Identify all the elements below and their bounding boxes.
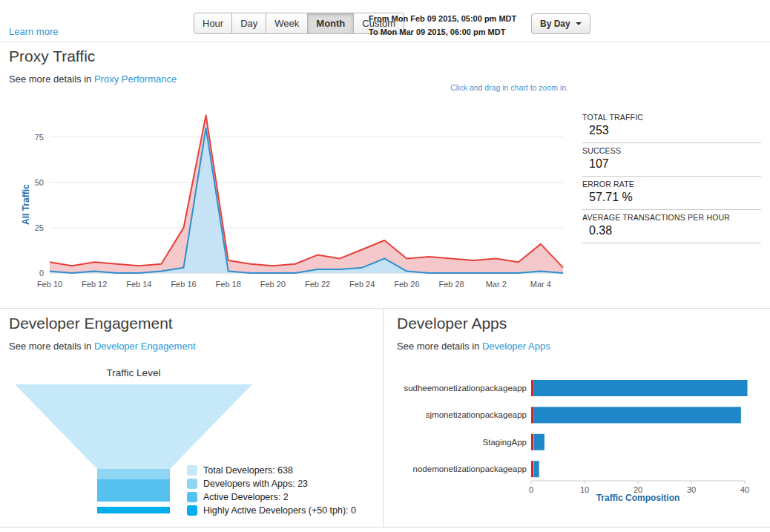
legend-swatch xyxy=(187,479,197,489)
legend-item: Developers with Apps: 23 xyxy=(187,479,356,489)
svg-text:25: 25 xyxy=(35,223,44,232)
learn-more-link[interactable]: Learn more xyxy=(9,26,58,37)
stat-average-transactions-per-hour: AVERAGE TRANSACTIONS PER HOUR0.38 xyxy=(582,210,761,243)
bottom-row: Developer Engagement See more details in… xyxy=(0,308,770,528)
topbar: Learn more HourDayWeekMonthCustom From M… xyxy=(0,0,770,42)
proxy-traffic-subtitle: See more details in Proxy Performance xyxy=(9,73,177,85)
svg-text:Feb 24: Feb 24 xyxy=(349,280,375,289)
range-button-day[interactable]: Day xyxy=(231,13,266,34)
all-traffic-area xyxy=(50,115,563,273)
date-range-from: From Mon Feb 09 2015, 05:00 pm MDT xyxy=(369,12,516,25)
funnel-seg-active xyxy=(97,479,170,502)
proxy-traffic-chart[interactable]: 0255075Feb 10Feb 12Feb 14Feb 16Feb 18Feb… xyxy=(10,102,571,297)
svg-text:Feb 26: Feb 26 xyxy=(394,280,419,289)
all-traffic-line xyxy=(50,115,563,267)
svg-text:Feb 14: Feb 14 xyxy=(126,280,151,289)
date-range-to: To Mon Mar 09 2015, 06:00 pm MDT xyxy=(369,25,516,39)
range-button-week[interactable]: Week xyxy=(266,13,308,34)
svg-text:75: 75 xyxy=(35,133,44,142)
legend-swatch xyxy=(187,492,197,502)
funnel-seg-total xyxy=(15,384,252,469)
stat-label: AVERAGE TRANSACTIONS PER HOUR xyxy=(582,213,761,222)
bar-error xyxy=(531,380,534,396)
traffic-stats-panel: TOTAL TRAFFIC253SUCCESS107ERROR RATE57.7… xyxy=(582,110,761,243)
stat-value: 253 xyxy=(582,124,761,137)
svg-text:Feb 16: Feb 16 xyxy=(171,280,196,289)
developer-engagement-link[interactable]: Developer Engagement xyxy=(94,341,196,352)
stat-value: 107 xyxy=(582,157,761,171)
developer-apps-title: Developer Apps xyxy=(397,315,507,332)
legend-label: Highly Active Developers (+50 tph): 0 xyxy=(203,505,356,516)
svg-text:StagingApp: StagingApp xyxy=(483,438,527,447)
developer-engagement-section: Developer Engagement See more details in… xyxy=(0,309,384,527)
success-line xyxy=(50,128,563,273)
bar-success xyxy=(534,407,741,423)
legend-swatch xyxy=(187,465,197,476)
bar-success xyxy=(534,434,544,450)
developer-engagement-subtitle: See more details in Developer Engagement xyxy=(9,341,196,352)
svg-text:Feb 20: Feb 20 xyxy=(260,280,286,289)
svg-text:50: 50 xyxy=(35,178,44,187)
chevron-down-icon xyxy=(576,22,582,25)
stat-label: ERROR RATE xyxy=(582,180,761,188)
legend-label: Active Developers: 2 xyxy=(203,492,289,502)
date-range: From Mon Feb 09 2015, 05:00 pm MDT To Mo… xyxy=(369,12,516,39)
bar-success xyxy=(534,380,748,396)
developer-apps-section: Developer Apps See more details in Devel… xyxy=(384,309,770,527)
funnel-title: Traffic Level xyxy=(7,367,260,378)
stat-error-rate: ERROR RATE57.71 % xyxy=(582,177,761,210)
legend-item: Active Developers: 2 xyxy=(187,492,356,502)
stat-label: SUCCESS xyxy=(582,146,761,155)
legend-label: Total Developers: 638 xyxy=(203,465,293,476)
svg-text:Feb 12: Feb 12 xyxy=(82,280,107,289)
legend-item: Total Developers: 638 xyxy=(187,465,356,476)
funnel-legend: Total Developers: 638Developers with App… xyxy=(187,465,356,519)
stat-value: 0.38 xyxy=(582,224,761,237)
developer-apps-link[interactable]: Developer Apps xyxy=(482,341,550,352)
developer-engagement-title: Developer Engagement xyxy=(9,315,173,332)
svg-text:Mar 4: Mar 4 xyxy=(530,280,551,289)
funnel-seg-highly-active xyxy=(97,507,170,513)
stat-value: 57.71 % xyxy=(582,191,761,204)
see-more-text: See more details in xyxy=(397,341,479,352)
see-more-text: See more details in xyxy=(9,341,91,352)
svg-text:sjmonetizationpackageapp: sjmonetizationpackageapp xyxy=(426,410,527,419)
svg-text:Feb 18: Feb 18 xyxy=(216,280,241,289)
legend-item: Highly Active Developers (+50 tph): 0 xyxy=(187,505,356,516)
svg-text:0: 0 xyxy=(529,485,533,494)
range-button-month[interactable]: Month xyxy=(307,13,354,34)
granularity-dropdown[interactable]: By Day xyxy=(531,13,590,34)
svg-text:Traffic Composition: Traffic Composition xyxy=(596,493,680,503)
see-more-text: See more details in xyxy=(9,73,91,85)
stat-label: TOTAL TRAFFIC xyxy=(582,113,761,122)
svg-text:nodemonetizationpackageapp: nodemonetizationpackageapp xyxy=(413,464,527,473)
svg-text:Feb 10: Feb 10 xyxy=(37,280,62,289)
bar-error xyxy=(531,434,533,450)
legend-label: Developers with Apps: 23 xyxy=(203,479,308,489)
analytics-dashboard: Learn more HourDayWeekMonthCustom From M… xyxy=(0,0,770,532)
granularity-label: By Day xyxy=(540,19,570,29)
range-button-hour[interactable]: Hour xyxy=(194,13,232,34)
success-area xyxy=(50,128,563,273)
developer-apps-bar-chart: sudheemonetizationpackageappsjmonetizati… xyxy=(386,372,769,505)
svg-text:10: 10 xyxy=(580,485,589,494)
svg-text:sudheemonetizationpackageapp: sudheemonetizationpackageapp xyxy=(404,384,527,393)
stat-total-traffic: TOTAL TRAFFIC253 xyxy=(582,110,761,143)
developer-apps-subtitle: See more details in Developer Apps xyxy=(397,341,550,352)
proxy-traffic-title: Proxy Traffic xyxy=(9,47,95,65)
svg-text:40: 40 xyxy=(740,485,749,494)
stat-success: SUCCESS107 xyxy=(582,143,761,177)
bar-error xyxy=(531,461,533,477)
svg-text:Feb 22: Feb 22 xyxy=(305,280,330,289)
svg-text:30: 30 xyxy=(687,485,696,494)
svg-text:Feb 28: Feb 28 xyxy=(438,280,464,289)
bar-success xyxy=(534,461,539,477)
funnel-seg-with-apps xyxy=(97,469,170,479)
bar-error xyxy=(531,407,534,423)
zoom-hint: Click and drag in chart to zoom in. xyxy=(371,83,568,92)
legend-swatch xyxy=(187,505,197,516)
svg-text:0: 0 xyxy=(39,269,44,278)
proxy-performance-link[interactable]: Proxy Performance xyxy=(94,73,177,85)
svg-text:Mar 2: Mar 2 xyxy=(486,280,507,289)
